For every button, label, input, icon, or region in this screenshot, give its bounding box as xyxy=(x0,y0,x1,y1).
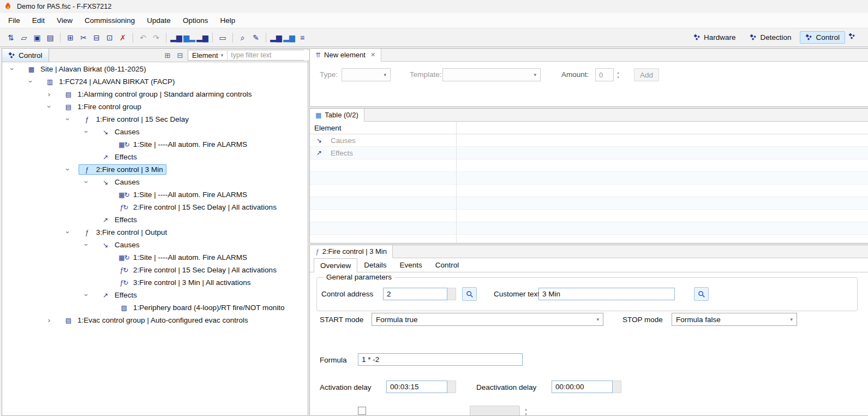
expander-icon[interactable]: › xyxy=(82,178,91,187)
tree-item[interactable]: › ▦↻ 1:Site | ----All autom. Fire ALARMS xyxy=(2,188,308,201)
customer-text-input[interactable] xyxy=(538,288,675,300)
column-divider[interactable] xyxy=(456,122,457,243)
menu-item[interactable]: Edit xyxy=(26,14,51,27)
close-icon[interactable]: ✕ xyxy=(370,51,375,58)
open-folder-button[interactable]: ▱ xyxy=(17,31,31,44)
tab-table[interactable]: ▦ Table (0/2) xyxy=(310,109,364,122)
deactivation-delay-aux-button[interactable] xyxy=(613,381,621,393)
tree-item[interactable]: › ↘ Causes xyxy=(2,126,308,138)
tree-item[interactable]: › ▧ 1:Periphery board (4-loop)/RT fire/N… xyxy=(2,301,308,314)
stop-mode-dropdown[interactable]: Formula false ▾ xyxy=(672,313,797,326)
table-row[interactable]: ↘ Causes xyxy=(310,134,868,147)
tree-item[interactable]: › ↘ Causes xyxy=(2,239,308,251)
tree-item[interactable]: › ▤ 1:Alarming control group | Standard … xyxy=(2,88,308,100)
task-tab-control[interactable]: Control xyxy=(800,31,845,44)
search-button[interactable]: ⌕ xyxy=(236,31,249,44)
start-mode-dropdown[interactable]: Formula true ▾ xyxy=(372,313,603,326)
checkbox[interactable] xyxy=(358,407,366,415)
tree-item[interactable]: › ▥ 1:FC724 | ALAVAN BIRKAT (FACP) xyxy=(2,75,308,88)
element-scope-dropdown[interactable]: Element ▾ xyxy=(188,50,228,60)
tree-item[interactable]: › ▦↻ 1:Site | ----All autom. Fire ALARMS xyxy=(2,251,308,264)
tree-item[interactable]: › ▤ 1:Fire control group xyxy=(2,100,308,113)
expander-icon[interactable]: › xyxy=(8,65,16,74)
edit-table-button[interactable]: ✎ xyxy=(249,31,262,44)
undo-button[interactable]: ↶ xyxy=(136,31,149,44)
tree-item[interactable]: › ▤ 1:Evac control group | Auto-configur… xyxy=(2,314,308,326)
tree-item[interactable]: › ↘ Causes xyxy=(2,176,308,188)
menu-item[interactable]: File xyxy=(2,14,26,27)
tree-item[interactable]: › ↗ Effects xyxy=(2,289,308,301)
expander-icon[interactable]: › xyxy=(82,241,91,249)
tree-item[interactable]: › ƒ↻ 2:Fire control | 15 Sec Delay | All… xyxy=(2,264,308,276)
tree-item[interactable]: › ƒ↻ 3:Fire control | 3 Min | All activa… xyxy=(2,276,308,289)
deactivation-delay-input[interactable] xyxy=(552,381,613,393)
print-button[interactable]: ▤ xyxy=(44,31,57,44)
expander-icon[interactable]: › xyxy=(45,90,53,98)
expand-all-button[interactable]: ⊞ xyxy=(163,50,172,60)
expander-icon[interactable]: › xyxy=(45,316,53,324)
expander-icon[interactable]: › xyxy=(82,128,91,136)
menu-item[interactable]: Update xyxy=(141,14,177,27)
collapse-all-button[interactable]: ⊟ xyxy=(175,50,185,60)
tree-item[interactable]: › ↗ Effects xyxy=(2,151,308,163)
paste-special-button[interactable]: ⊡ xyxy=(103,31,116,44)
tree-item[interactable]: › ƒ 2:Fire control | 3 Min xyxy=(2,163,308,176)
redo-button[interactable]: ↷ xyxy=(149,31,163,44)
type-dropdown[interactable]: ▾ xyxy=(342,68,391,81)
list-button[interactable]: ≡ xyxy=(296,31,309,44)
control-address-aux-button[interactable] xyxy=(447,288,456,300)
expander-icon[interactable]: › xyxy=(82,291,91,300)
tree-item[interactable]: › ƒ↻ 2:Fire control | 15 Sec Delay | All… xyxy=(2,201,308,213)
tab-new-element[interactable]: ⇈ New element ✕ xyxy=(310,49,381,62)
task-tab-partial[interactable] xyxy=(848,33,868,40)
save-button[interactable]: ▣ xyxy=(31,31,44,44)
control-address-browse-button[interactable] xyxy=(462,287,477,301)
tab-fire-control-detail[interactable]: ƒ 2:Fire control | 3 Min xyxy=(310,245,393,258)
spinner[interactable]: ▴ ▾ xyxy=(522,406,530,415)
expander-icon[interactable]: › xyxy=(64,228,72,237)
tab-control[interactable]: Control xyxy=(429,258,466,272)
tab-details[interactable]: Details xyxy=(357,258,393,272)
expander-icon[interactable]: › xyxy=(45,103,53,111)
activation-delay-aux-button[interactable] xyxy=(447,381,456,393)
expander-icon[interactable]: › xyxy=(64,115,72,124)
task-tab-detection[interactable]: Detection xyxy=(744,31,797,44)
copy-button[interactable]: ⊞ xyxy=(64,31,77,44)
terminal-button[interactable]: ▭ xyxy=(216,31,229,44)
menu-item[interactable]: Commissioning xyxy=(79,14,141,27)
tree-item[interactable]: › ▦ Site | Alavan Birkat (08-11-2025) xyxy=(2,63,308,75)
chart-update-button[interactable]: ▂▆ xyxy=(196,31,209,44)
tab-overview[interactable]: Overview xyxy=(314,258,357,272)
task-tab-hardware[interactable]: Hardware xyxy=(688,31,741,44)
formula-input[interactable] xyxy=(358,353,523,366)
expander-icon[interactable]: › xyxy=(64,165,72,174)
filter-input[interactable] xyxy=(228,50,322,60)
menu-item[interactable]: Help xyxy=(214,14,241,27)
paste-button[interactable]: ⊟ xyxy=(90,31,103,44)
chart-export-button[interactable]: ▂▆ xyxy=(170,31,183,44)
tree-item[interactable]: › ↗ Effects xyxy=(2,213,308,226)
control-address-input[interactable] xyxy=(383,288,447,300)
tree-item[interactable]: › ▦↻ 1:Site | ----All autom. Fire ALARMS xyxy=(2,138,308,151)
chart-up-button[interactable]: ▂▆ xyxy=(270,31,283,44)
tree-item[interactable]: › ƒ 1:Fire control | 15 Sec Delay xyxy=(2,113,308,126)
delete-button[interactable]: ✗ xyxy=(116,31,129,44)
menu-item[interactable]: Options xyxy=(177,14,214,27)
add-button[interactable]: Add xyxy=(634,68,659,81)
template-dropdown[interactable]: ▾ xyxy=(442,68,541,81)
menu-item[interactable]: View xyxy=(51,14,79,27)
customer-text-browse-button[interactable] xyxy=(694,287,709,301)
activation-delay-input[interactable] xyxy=(386,381,447,393)
tree-item[interactable]: › ƒ 3:Fire control | Output xyxy=(2,226,308,239)
amount-spin-arrows[interactable]: ▴ ▾ xyxy=(614,68,622,81)
column-header-element[interactable]: Element xyxy=(314,124,342,132)
cut-button[interactable]: ✂ xyxy=(77,31,90,44)
table-row[interactable]: ↗ Effects xyxy=(310,147,868,159)
disabled-button[interactable] xyxy=(470,406,520,415)
tab-control-view[interactable]: Control xyxy=(2,49,49,62)
chart-up2-button[interactable]: ▂▆ xyxy=(283,31,296,44)
import-export-button[interactable]: ⇅ xyxy=(4,31,17,44)
tab-events[interactable]: Events xyxy=(393,258,429,272)
expander-icon[interactable]: › xyxy=(27,78,35,86)
amount-stepper[interactable]: 0 xyxy=(595,68,614,81)
